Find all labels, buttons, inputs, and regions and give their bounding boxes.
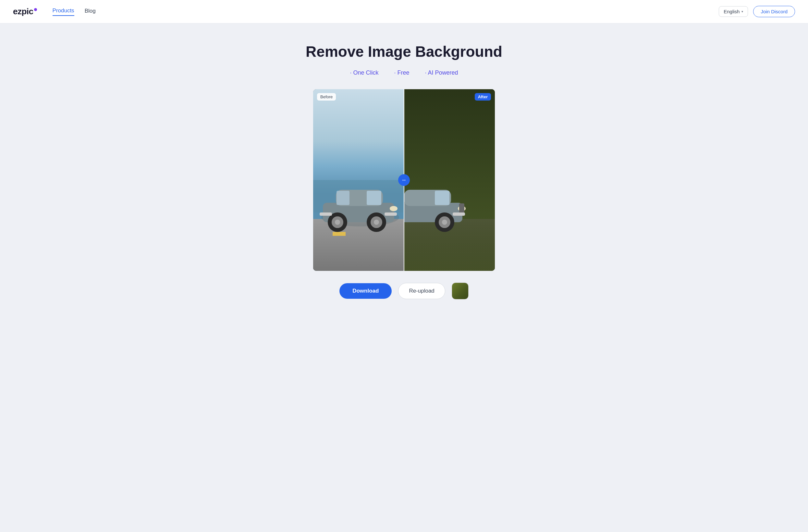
background-color-swatch[interactable]	[452, 283, 469, 299]
logo-text: ezpic	[13, 6, 33, 17]
nav-blog[interactable]: Blog	[85, 8, 96, 16]
logo-dot	[34, 8, 37, 11]
feature-ai-powered: AI Powered	[425, 70, 458, 76]
before-label: Before	[317, 93, 336, 100]
main-content: Remove Image Background One Click Free A…	[0, 23, 808, 325]
svg-point-14	[335, 220, 340, 225]
svg-point-11	[374, 220, 379, 225]
svg-rect-22	[435, 191, 449, 205]
after-side: After	[404, 89, 495, 271]
svg-point-25	[442, 220, 447, 225]
navigation: Products Blog	[53, 7, 719, 16]
svg-rect-28	[453, 212, 465, 216]
join-discord-button[interactable]: Join Discord	[753, 6, 795, 17]
chevron-down-icon: ▾	[741, 10, 743, 13]
feature-one-click: One Click	[350, 70, 378, 76]
svg-point-15	[390, 206, 398, 211]
feature-free: Free	[394, 70, 409, 76]
header: ezpic Products Blog English ▾ Join Disco…	[0, 0, 808, 23]
header-right: English ▾ Join Discord	[719, 6, 795, 17]
comparison-handle[interactable]: ↔	[398, 174, 410, 186]
reupload-button[interactable]: Re-upload	[398, 283, 445, 299]
before-side: Before	[313, 89, 404, 271]
svg-rect-7	[367, 191, 381, 205]
page-title: Remove Image Background	[306, 43, 502, 60]
svg-rect-16	[385, 212, 397, 216]
logo[interactable]: ezpic	[13, 6, 37, 17]
language-label: English	[723, 9, 739, 14]
svg-rect-3	[333, 232, 346, 236]
svg-rect-2	[313, 219, 404, 271]
image-comparison[interactable]: Before	[313, 89, 495, 271]
buttons-row: Download Re-upload	[339, 283, 469, 299]
features-row: One Click Free AI Powered	[350, 70, 458, 76]
download-button[interactable]: Download	[339, 283, 392, 299]
nav-products[interactable]: Products	[53, 7, 74, 16]
svg-rect-17	[319, 212, 332, 216]
language-selector[interactable]: English ▾	[719, 6, 748, 17]
after-label: After	[475, 93, 491, 100]
svg-rect-8	[336, 191, 349, 205]
